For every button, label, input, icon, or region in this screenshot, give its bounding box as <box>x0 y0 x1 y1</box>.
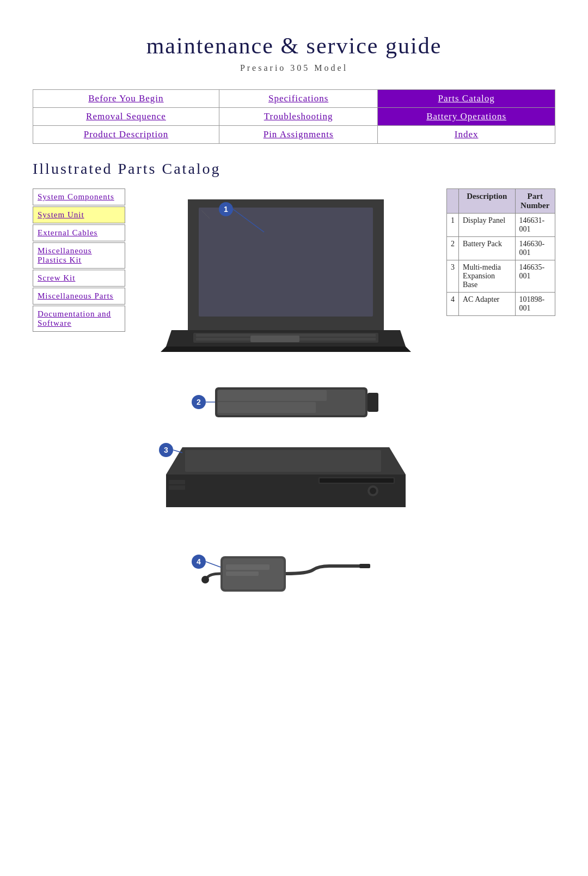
svg-rect-31 <box>226 571 259 576</box>
diagram-area: 1 2 <box>125 188 446 605</box>
svg-rect-18 <box>185 450 381 472</box>
part-description: Multi-media Expansion Base <box>459 260 516 293</box>
svg-point-33 <box>201 576 209 583</box>
sidebar-link[interactable]: System Components <box>38 192 114 201</box>
part-description: AC Adapter <box>459 293 516 316</box>
nav-cell: Before You Begin <box>33 90 219 108</box>
content-area: System ComponentsSystem UnitExternal Cab… <box>33 188 555 605</box>
sidebar-item[interactable]: Miscellaneous Plastics Kit <box>33 242 125 269</box>
sidebar-item[interactable]: Screw Kit <box>33 270 125 287</box>
ac-adapter-diagram: 4 <box>177 540 373 605</box>
parts-table-header: Part Number <box>515 189 555 214</box>
part-number: 146630-001 <box>515 237 555 260</box>
nav-link[interactable]: Before You Begin <box>88 93 163 104</box>
table-row: 4AC Adapter101898-001 <box>447 293 555 316</box>
laptop-diagram: 1 <box>155 188 416 374</box>
battery-diagram: 2 <box>171 379 400 428</box>
nav-cell: Parts Catalog <box>378 90 555 108</box>
nav-cell: Removal Sequence <box>33 108 219 126</box>
part-description: Display Panel <box>459 214 516 237</box>
table-row: 3Multi-media Expansion Base146635-001 <box>447 260 555 293</box>
nav-cell: Pin Assignments <box>219 126 377 144</box>
part-description: Battery Pack <box>459 237 516 260</box>
nav-cell: Specifications <box>219 90 377 108</box>
nav-cell: Battery Operations <box>378 108 555 126</box>
part-number: 146631-001 <box>515 214 555 237</box>
parts-table-wrapper: DescriptionPart Number 1Display Panel146… <box>446 188 555 605</box>
svg-rect-13 <box>218 402 316 413</box>
svg-rect-14 <box>367 393 378 412</box>
svg-text:2: 2 <box>197 398 201 406</box>
nav-link[interactable]: Troubleshooting <box>264 111 333 121</box>
part-number-col: 1 <box>447 214 459 237</box>
svg-text:1: 1 <box>224 205 228 214</box>
nav-link[interactable]: Index <box>455 129 479 139</box>
part-number-col: 4 <box>447 293 459 316</box>
sidebar-item[interactable]: System Components <box>33 188 125 205</box>
sidebar: System ComponentsSystem UnitExternal Cab… <box>33 188 125 605</box>
svg-rect-12 <box>218 390 327 401</box>
sidebar-item[interactable]: Documentation and Software <box>33 306 125 332</box>
svg-text:4: 4 <box>197 557 201 566</box>
svg-text:3: 3 <box>164 446 168 454</box>
nav-link[interactable]: Removal Sequence <box>86 111 166 121</box>
svg-line-36 <box>206 562 220 567</box>
sidebar-link[interactable]: Screw Kit <box>38 273 75 282</box>
subtitle: Presario 305 Model <box>33 63 555 73</box>
nav-cell: Index <box>378 126 555 144</box>
table-row: 1Display Panel146631-001 <box>447 214 555 237</box>
nav-link[interactable]: Specifications <box>268 93 328 104</box>
svg-rect-1 <box>199 208 373 317</box>
nav-link[interactable]: Parts Catalog <box>438 93 495 104</box>
nav-link[interactable]: Pin Assignments <box>264 129 334 139</box>
svg-rect-22 <box>169 485 185 490</box>
part-number: 101898-001 <box>515 293 555 316</box>
svg-rect-30 <box>226 564 270 570</box>
sidebar-link[interactable]: Miscellaneous Plastics Kit <box>38 246 92 264</box>
nav-cell: Troubleshooting <box>219 108 377 126</box>
header: maintenance & service guide Presario 305… <box>33 33 555 73</box>
page-wrapper: maintenance & service guide Presario 305… <box>0 0 588 627</box>
parts-table-header: Description <box>459 189 516 214</box>
table-row: 2Battery Pack146630-001 <box>447 237 555 260</box>
part-number: 146635-001 <box>515 260 555 293</box>
svg-rect-6 <box>250 336 299 342</box>
sidebar-link[interactable]: Miscellaneous Parts <box>38 291 113 300</box>
sidebar-item[interactable]: System Unit <box>33 206 125 223</box>
section-title: Illustrated Parts Catalog <box>33 160 555 178</box>
parts-table-header <box>447 189 459 214</box>
main-title: maintenance & service guide <box>33 33 555 59</box>
part-number-col: 2 <box>447 237 459 260</box>
svg-rect-32 <box>359 564 370 568</box>
sidebar-link[interactable]: Documentation and Software <box>38 309 111 327</box>
sidebar-link[interactable]: System Unit <box>38 210 84 219</box>
sidebar-link[interactable]: External Cables <box>38 228 97 237</box>
nav-cell: Product Description <box>33 126 219 144</box>
part-number-col: 3 <box>447 260 459 293</box>
sidebar-item[interactable]: Miscellaneous Parts <box>33 288 125 305</box>
svg-rect-21 <box>169 480 185 484</box>
nav-link[interactable]: Product Description <box>84 129 168 139</box>
nav-table: Before You BeginSpecificationsParts Cata… <box>33 89 555 144</box>
nav-link[interactable]: Battery Operations <box>426 111 506 121</box>
expansion-base-diagram: 3 <box>155 431 416 529</box>
parts-table: DescriptionPart Number 1Display Panel146… <box>446 188 555 316</box>
svg-rect-20 <box>320 478 394 483</box>
sidebar-item[interactable]: External Cables <box>33 224 125 241</box>
svg-point-24 <box>370 488 376 494</box>
